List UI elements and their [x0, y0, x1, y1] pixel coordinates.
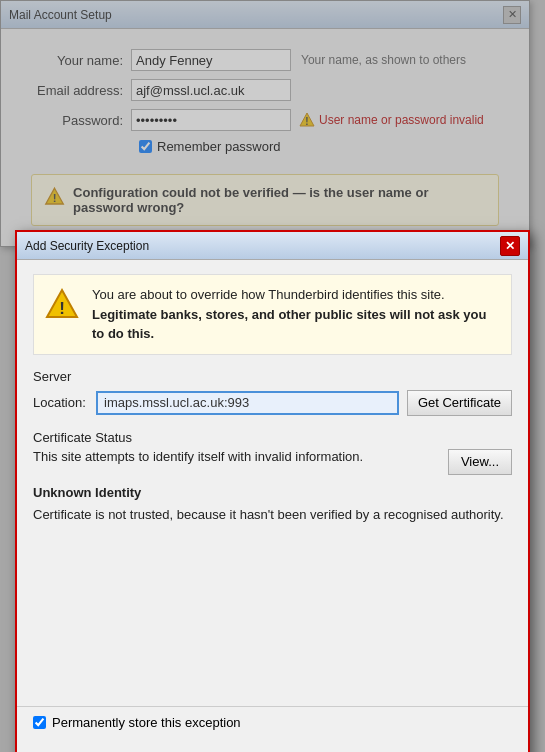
permanently-store-label: Permanently store this exception: [52, 715, 241, 730]
security-body: ! You are about to override how Thunderb…: [17, 260, 528, 698]
location-label: Location:: [33, 395, 88, 410]
security-dialog-title: Add Security Exception: [25, 239, 149, 253]
permanently-store-checkbox[interactable]: [33, 716, 46, 729]
identity-text: Certificate is not trusted, because it h…: [33, 506, 512, 524]
cert-status-row: This site attempts to identify itself wi…: [33, 449, 512, 475]
cert-status-section: Certificate Status This site attempts to…: [33, 430, 512, 475]
dialog-buttons: Confirm Security Exception Cancel: [17, 748, 528, 752]
security-warning-box: ! You are about to override how Thunderb…: [33, 274, 512, 355]
security-warning-line2: Legitimate banks, stores, and other publ…: [92, 305, 501, 344]
location-input[interactable]: [96, 391, 399, 415]
cert-status-text: This site attempts to identify itself wi…: [33, 449, 438, 464]
security-warning-triangle-icon: !: [44, 287, 80, 326]
svg-text:!: !: [59, 299, 65, 318]
cert-status-label: Certificate Status: [33, 430, 512, 445]
security-warning-line1: You are about to override how Thunderbir…: [92, 285, 501, 305]
security-close-button[interactable]: ✕: [500, 236, 520, 256]
security-titlebar: Add Security Exception ✕: [17, 232, 528, 260]
content-spacer: [33, 524, 512, 684]
security-warning-bold: Legitimate banks, stores, and other publ…: [92, 307, 486, 342]
security-warning-text-block: You are about to override how Thunderbir…: [92, 285, 501, 344]
unknown-identity-label: Unknown Identity: [33, 485, 512, 500]
bottom-section: Permanently store this exception: [17, 706, 528, 748]
permanently-store-row: Permanently store this exception: [33, 715, 512, 730]
server-section-label: Server: [33, 369, 512, 384]
get-certificate-button[interactable]: Get Certificate: [407, 390, 512, 416]
location-row: Location: Get Certificate: [33, 390, 512, 416]
close-icon: ✕: [505, 239, 515, 253]
add-security-exception-dialog: Add Security Exception ✕ ! You are about…: [15, 230, 530, 752]
view-button[interactable]: View...: [448, 449, 512, 475]
